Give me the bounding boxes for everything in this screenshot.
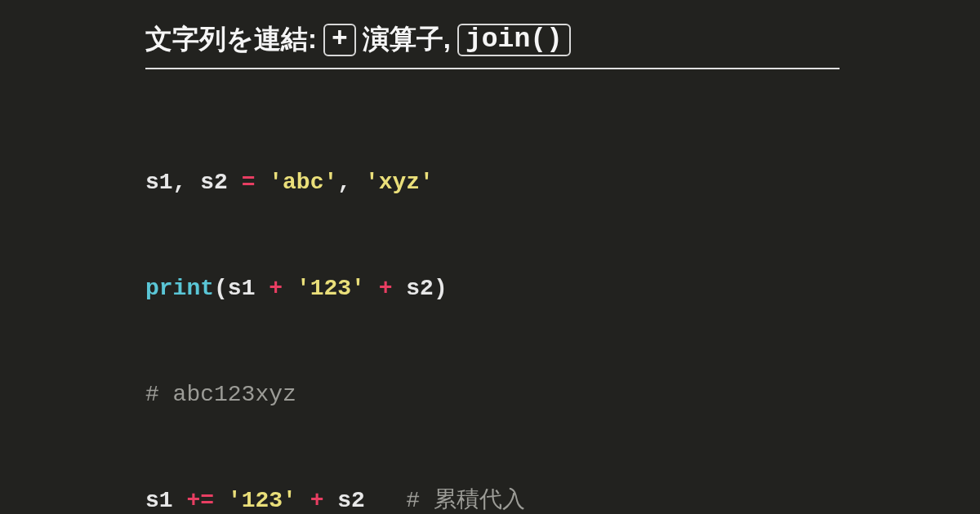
title-key-plus: + <box>323 24 356 56</box>
title-key-join: join() <box>457 24 571 56</box>
code-line: s1, s2 = 'abc', 'xyz' <box>145 165 980 200</box>
title-mid1: 演算子, <box>363 21 451 58</box>
title-prefix: 文字列を連結: <box>145 21 317 58</box>
code-block: s1, s2 = 'abc', 'xyz' print(s1 + '123' +… <box>145 94 980 514</box>
page-title: 文字列を連結: + 演算子, join() <box>145 21 840 69</box>
code-line: s1 += '123' + s2 # 累積代入 <box>145 483 980 514</box>
code-line: print(s1 + '123' + s2) <box>145 271 980 306</box>
code-line: # abc123xyz <box>145 377 980 412</box>
